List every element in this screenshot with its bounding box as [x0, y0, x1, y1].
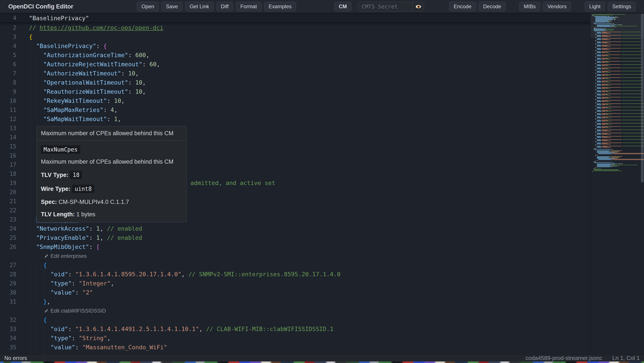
- minimap-segment: [610, 21, 612, 22]
- save-button[interactable]: Save: [162, 2, 182, 11]
- code-line[interactable]: 27{: [0, 261, 590, 270]
- minimap[interactable]: [590, 13, 644, 354]
- code-line[interactable]: 8"OperationalWaitTimeout": 10,: [0, 78, 590, 87]
- minimap-segment: [597, 82, 602, 82]
- line-content: "AuthorizeRejectWaitTimeout": 60,: [43, 60, 160, 69]
- minimap-line: [590, 121, 644, 121]
- code-token: }: [43, 298, 47, 305]
- minimap-segment: [597, 107, 601, 108]
- minimap-line: [590, 108, 644, 108]
- editor-scrollbar[interactable]: [641, 13, 644, 183]
- minimap-segment: [595, 139, 596, 139]
- minimap-segment: [597, 78, 601, 78]
- code-line[interactable]: 28"oid": "1.3.6.1.4.1.8595.20.17.1.4.0",…: [0, 270, 590, 279]
- code-line[interactable]: 7"AuthorizeWaitTimeout": 10,: [0, 69, 590, 78]
- code-line[interactable]: 3{: [0, 32, 590, 41]
- code-line[interactable]: 36}: [0, 352, 590, 354]
- code-line[interactable]: 10"RekeyWaitTimeout": 10,: [0, 96, 590, 105]
- code-line[interactable]: 11"SaMapMaxRetries": 4,: [0, 105, 590, 115]
- minimap-segment: [597, 100, 601, 101]
- code-area[interactable]: 2// https://github.com/roc-ops/open-dci3…: [0, 13, 590, 354]
- minimap-line: [590, 47, 644, 48]
- minimap-segment: [601, 68, 621, 68]
- minimap-segment: [602, 62, 605, 63]
- minimap-line: [590, 96, 644, 96]
- settings-button[interactable]: Settings: [608, 2, 636, 11]
- code-line[interactable]: 9"ReauthorizeWaitTimeout": 10,: [0, 87, 590, 96]
- minimap-line: [590, 56, 644, 56]
- minimap-line: [590, 83, 644, 84]
- minimap-segment: [602, 111, 605, 112]
- sticky-scroll-line[interactable]: 4 "BaselinePrivacy": {: [0, 13, 590, 23]
- minimap-line: [590, 150, 644, 151]
- decode-button[interactable]: Decode: [479, 2, 506, 11]
- code-editor[interactable]: 2// https://github.com/roc-ops/open-dci3…: [0, 13, 644, 354]
- minimap-segment: [595, 56, 596, 57]
- code-token: ,: [47, 298, 50, 305]
- minimap-segment: [595, 93, 596, 93]
- minimap-segment: [595, 76, 596, 76]
- code-line[interactable]: 12"SaMapWaitTimeout": 1,: [0, 115, 590, 124]
- minimap-segment: [610, 20, 612, 20]
- code-lens-edit-enterprises[interactable]: Edit enterprises: [44, 252, 87, 261]
- code-line[interactable]: 5"AuthorizationGraceTime": 600,: [0, 51, 590, 60]
- line-number: 18: [0, 169, 16, 178]
- minimap-segment: [622, 45, 641, 45]
- minimap-segment: [595, 138, 596, 138]
- code-line[interactable]: 6"AuthorizeRejectWaitTimeout": 60,: [0, 60, 590, 69]
- cm-button[interactable]: CM: [334, 2, 351, 11]
- cmts-secret-input[interactable]: [358, 2, 412, 11]
- minimap-segment: [595, 73, 596, 73]
- code-line[interactable]: 26"SnmpMibObject": [: [0, 242, 590, 252]
- examples-button[interactable]: Examples: [264, 2, 296, 11]
- code-token: "AuthorizeWaitTimeout": [43, 70, 121, 77]
- minimap-segment: [618, 24, 622, 25]
- minimap-line: [590, 107, 644, 107]
- open-button[interactable]: Open: [137, 2, 159, 11]
- code-token: ,: [114, 106, 118, 113]
- code-line[interactable]: 32{: [0, 315, 590, 325]
- code-line[interactable]: 29"type": "Integer",: [0, 279, 590, 288]
- minimap-line: [590, 128, 644, 129]
- minimap-segment: [594, 30, 606, 31]
- minimap-segment: [597, 36, 601, 36]
- tooltip-fields: TLV Type: 18Wire Type: uint8Spec: CM-SP-…: [41, 171, 182, 218]
- minimap-segment: [595, 99, 596, 100]
- minimap-line: [590, 84, 644, 84]
- minimap-line: [590, 142, 644, 142]
- code-line[interactable]: 35"value": "Massanutten_Condo_WiFi": [0, 343, 590, 352]
- minimap-segment: [595, 131, 596, 132]
- format-button[interactable]: Format: [236, 2, 262, 11]
- encode-button[interactable]: Encode: [449, 2, 476, 11]
- code-line[interactable]: 24"NetworkAccess": 1, // enabled: [0, 224, 590, 233]
- minimap-segment: [597, 62, 602, 63]
- code-line[interactable]: 30"value": "2": [0, 288, 590, 297]
- code-line[interactable]: 31},: [0, 297, 590, 306]
- minimap-segment: [595, 142, 596, 142]
- mibs-button[interactable]: MIBs: [519, 2, 540, 11]
- code-token: 600: [135, 52, 146, 58]
- minimap-segment: [602, 59, 605, 59]
- code-line[interactable]: 34"type": "String",: [0, 334, 590, 343]
- code-line[interactable]: 25"PrivacyEnable": 1, // enabled: [0, 233, 590, 242]
- minimap-segment: [597, 147, 602, 148]
- code-line[interactable]: 4"BaselinePrivacy": {: [0, 41, 590, 51]
- minimap-segment: [594, 149, 611, 150]
- get-link-button[interactable]: Get Link: [185, 2, 214, 11]
- minimap-line: [590, 158, 644, 158]
- code-token: "Integer": [79, 280, 110, 287]
- minimap-segment: [597, 167, 610, 167]
- diff-button[interactable]: Diff: [216, 2, 233, 11]
- code-line[interactable]: 33"oid": "1.3.6.1.4.1.4491.2.5.1.1.4.1.1…: [0, 325, 590, 334]
- minimap-segment: [601, 84, 621, 84]
- code-token: :: [121, 70, 128, 77]
- minimap-line: [590, 105, 644, 105]
- vendors-button[interactable]: Vendors: [543, 2, 571, 11]
- light-button[interactable]: Light: [584, 2, 605, 11]
- reveal-secret-button[interactable]: [412, 2, 424, 11]
- minimap-segment: [611, 165, 613, 165]
- code-lens-edit-clabwifissidssid[interactable]: Edit clabWIFISSIDSSID: [44, 306, 106, 315]
- line-content: {: [29, 32, 32, 41]
- minimap-segment: [597, 26, 615, 27]
- minimap-segment: [606, 98, 611, 99]
